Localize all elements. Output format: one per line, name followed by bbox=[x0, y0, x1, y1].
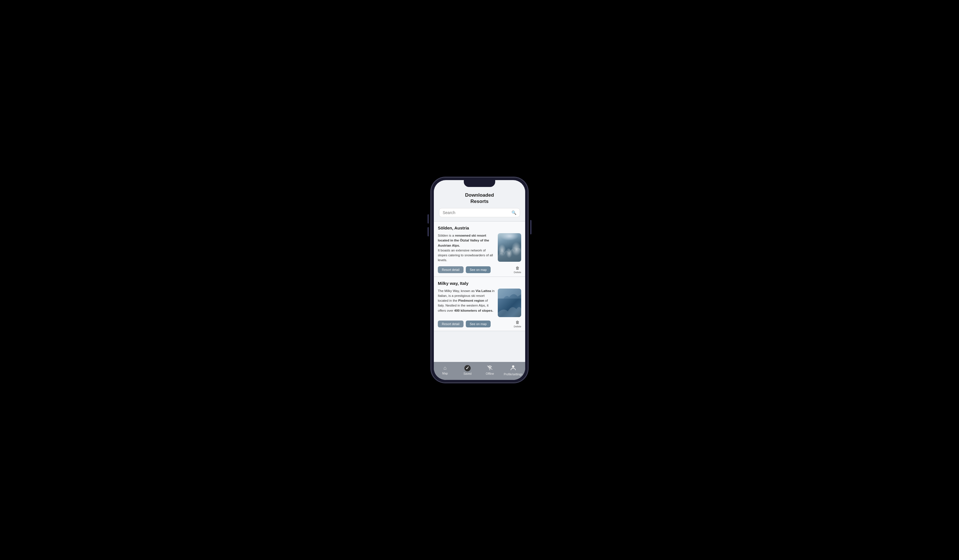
volume-up-button bbox=[428, 214, 429, 223]
nav-item-saved[interactable]: ✓ Saved bbox=[459, 365, 476, 375]
nav-label-offline: Offline bbox=[486, 372, 494, 375]
power-button bbox=[530, 220, 531, 234]
trash-icon-milkyway: 🗑 bbox=[515, 320, 519, 325]
phone-screen: Downloaded Resorts 🔍 Sölden, Austria bbox=[434, 180, 525, 380]
volume-down-button bbox=[428, 227, 429, 236]
search-bar[interactable]: 🔍 bbox=[439, 208, 520, 217]
notch bbox=[464, 180, 495, 187]
resort-delete-button-solden[interactable]: 🗑 Delete bbox=[514, 266, 521, 274]
resort-name-milkyway: Milky way, Italy bbox=[438, 281, 521, 286]
empty-space bbox=[434, 331, 525, 362]
resort-actions-solden: Resort detail See on map 🗑 Delete bbox=[438, 266, 521, 274]
resort-image-milkyway bbox=[498, 289, 521, 317]
resort-detail-button-solden[interactable]: Resort detail bbox=[438, 266, 464, 273]
resort-delete-button-milkyway[interactable]: 🗑 Delete bbox=[514, 320, 521, 328]
resort-description-solden: Sölden is a renowned ski resort located … bbox=[438, 233, 495, 263]
resort-card-solden: Sölden, Austria Sölden is a renowned ski… bbox=[434, 221, 525, 277]
svg-point-1 bbox=[489, 369, 490, 370]
resort-body-milkyway: The Milky Way, known as Via Lattea in It… bbox=[438, 289, 521, 317]
bottom-navigation: ⌂ Map ✓ Saved bbox=[434, 362, 525, 380]
resort-body-solden: Sölden is a renowned ski resort located … bbox=[438, 233, 521, 263]
phone-frame: Downloaded Resorts 🔍 Sölden, Austria bbox=[431, 177, 528, 383]
resort-detail-button-milkyway[interactable]: Resort detail bbox=[438, 321, 464, 328]
search-icon[interactable]: 🔍 bbox=[511, 210, 516, 215]
nav-label-map: Map bbox=[442, 372, 448, 375]
resort-image-solden bbox=[498, 233, 521, 262]
delete-label-milkyway: Delete bbox=[514, 325, 521, 328]
svg-point-3 bbox=[512, 365, 515, 368]
resort-description-milkyway: The Milky Way, known as Via Lattea in It… bbox=[438, 289, 495, 317]
trash-icon-solden: 🗑 bbox=[515, 266, 519, 270]
search-container: 🔍 bbox=[434, 208, 525, 221]
nav-item-map[interactable]: ⌂ Map bbox=[436, 365, 454, 375]
nav-item-offline[interactable]: Offline bbox=[481, 365, 499, 375]
offline-icon bbox=[487, 365, 493, 371]
delete-label-solden: Delete bbox=[514, 271, 521, 274]
home-icon: ⌂ bbox=[444, 365, 447, 371]
nav-label-saved: Saved bbox=[464, 372, 472, 375]
resort-image-placeholder-solden bbox=[498, 233, 521, 262]
resort-actions-milkyway: Resort detail See on map 🗑 Delete bbox=[438, 320, 521, 328]
page-title: Downloaded Resorts bbox=[440, 192, 519, 205]
resort-image-placeholder-milkyway bbox=[498, 289, 521, 317]
nav-label-profile: Profile/settings bbox=[504, 373, 523, 376]
resort-map-button-solden[interactable]: See on map bbox=[466, 266, 491, 273]
nav-item-profile[interactable]: Profile/settings bbox=[504, 364, 523, 376]
resort-name-solden: Sölden, Austria bbox=[438, 226, 521, 230]
search-input[interactable] bbox=[443, 210, 510, 215]
page-header: Downloaded Resorts bbox=[434, 187, 525, 208]
profile-icon bbox=[510, 364, 516, 372]
resort-card-milkyway: Milky way, Italy The Milky Way, known as… bbox=[434, 277, 525, 331]
saved-icon: ✓ bbox=[464, 365, 471, 371]
svg-line-2 bbox=[487, 366, 492, 370]
resort-list: Sölden, Austria Sölden is a renowned ski… bbox=[434, 221, 525, 362]
screen-content: Downloaded Resorts 🔍 Sölden, Austria bbox=[434, 180, 525, 380]
resort-map-button-milkyway[interactable]: See on map bbox=[466, 321, 491, 328]
